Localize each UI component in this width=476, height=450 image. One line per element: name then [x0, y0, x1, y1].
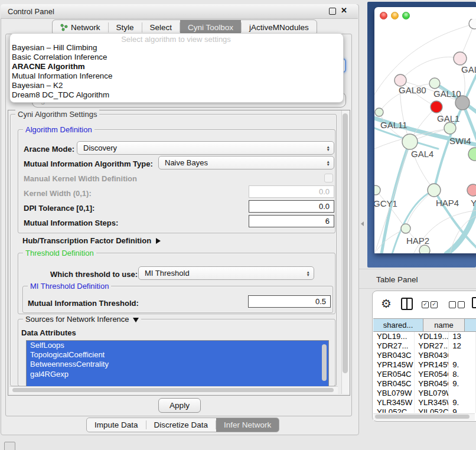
network-node-gal[interactable] — [454, 52, 467, 65]
sources-collapser[interactable]: Sources for Network Inference — [23, 315, 141, 324]
algorithm-option-mutual-information-inference[interactable]: Mutual Information Inference — [12, 71, 340, 81]
tab-label: Cyni Toolbox — [188, 23, 233, 32]
attribute-item-topologicalcoefficient[interactable]: TopologicalCoefficient — [27, 350, 328, 360]
deselect-all-columns-icon[interactable] — [449, 301, 465, 308]
network-icon — [60, 24, 68, 31]
network-canvas[interactable]: GALGAL80GAL10GAL1GAL11GAL4SWI4GCY1HAP4YH… — [374, 19, 476, 253]
splitter-arrow-icon[interactable] — [361, 221, 364, 226]
select-all-columns-icon[interactable]: ✓ ✓ — [422, 301, 438, 308]
manual-kernel-checkbox[interactable] — [324, 174, 333, 182]
attribute-item-selfloops[interactable]: SelfLoops — [27, 341, 328, 350]
data-attributes-list: SelfLoopsTopologicalCoefficientBetweenne… — [26, 340, 329, 388]
collapsed-panel-icon[interactable] — [4, 442, 15, 450]
group-title: Algorithm Definition — [23, 125, 94, 134]
table-cell: YIL052C — [415, 407, 449, 413]
tab-label: Impute Data — [94, 420, 138, 429]
network-node-hap2[interactable] — [401, 224, 410, 233]
kernel-width-field[interactable]: 0.0 — [249, 185, 334, 198]
node-label: HAP2 — [406, 236, 429, 246]
network-node[interactable] — [419, 245, 430, 253]
network-node-hap4[interactable] — [428, 184, 441, 197]
tab-discretize-data[interactable]: Discretize Data — [146, 418, 216, 432]
node-label: GAL — [461, 64, 476, 74]
column-header-a[interactable]: A — [465, 318, 476, 332]
mi-type-label: Mutual Information Algorithm Type: — [24, 159, 153, 168]
algorithm-option-bayesian-hill-climbing[interactable]: Bayesian – Hill Climbing — [12, 43, 340, 53]
split-columns-icon[interactable] — [401, 298, 413, 310]
apply-button[interactable]: Apply — [158, 398, 201, 413]
table-row[interactable]: YDL19...YDL19...13 — [373, 332, 476, 341]
algorithm-option-bayesian-k2[interactable]: Bayesian – K2 — [12, 81, 340, 90]
network-node-swi4[interactable] — [468, 148, 476, 161]
aracne-mode-combo[interactable]: Discovery ▲▼ — [77, 141, 334, 155]
panel-title: Control Panel — [8, 7, 54, 16]
table-cell: YLR345W — [415, 398, 449, 407]
group-title: MI Threshold Definition — [28, 282, 111, 291]
vertical-scrollbar-thumb[interactable] — [343, 113, 348, 373]
table-row[interactable]: YBR045CYBR045C9. — [373, 379, 476, 389]
horizontal-scrollbar-thumb[interactable] — [12, 388, 334, 392]
table-cell: YDL19... — [373, 332, 415, 341]
network-node-y[interactable] — [467, 184, 476, 196]
network-node-gal10[interactable] — [429, 78, 440, 89]
table-row[interactable]: YDR27...YDR27...12 — [373, 341, 476, 351]
algorithm-option-basic-correlation-inference[interactable]: Basic Correlation Inference — [12, 53, 340, 62]
tab-label: Network — [71, 23, 100, 32]
table-row[interactable]: YPR145WYPR145W9. — [373, 360, 476, 370]
table-row[interactable]: YLR345WYLR345W9. — [373, 398, 476, 407]
mi-steps-field[interactable]: 6 — [249, 215, 334, 227]
float-window-icon[interactable] — [329, 8, 336, 15]
network-node[interactable] — [431, 101, 442, 113]
checked-box-icon: ✓ — [422, 301, 429, 308]
column-header-name[interactable]: name — [423, 318, 465, 332]
tab-impute-data[interactable]: Impute Data — [87, 418, 146, 432]
table-cell: YBL079W — [373, 389, 415, 398]
algorithm-option-dream8-dc-tdc-algorithm[interactable]: Dream8 DC_TDC Algorithm — [12, 90, 340, 100]
network-edge[interactable] — [400, 57, 460, 80]
hub-definition-expander[interactable]: Hub/Transcription Factor Definition — [22, 236, 161, 245]
dropdown-hint: Select algorithm to view settings — [9, 35, 343, 44]
spinner-arrows-icon: ▲▼ — [307, 270, 310, 276]
column-header-shared[interactable]: shared... — [373, 318, 423, 332]
network-node-gal4[interactable] — [402, 134, 418, 149]
mi-type-combo[interactable]: Naive Bayes ▲▼ — [158, 156, 334, 169]
network-node-gal80[interactable] — [395, 74, 406, 86]
close-icon[interactable]: ✕ — [341, 6, 347, 15]
algorithm-option-aracne-algorithm[interactable]: ARACNE Algorithm — [12, 62, 340, 71]
attribute-item-betweennesscentrality[interactable]: BetweennessCentrality — [27, 360, 328, 369]
table-body: YDL19...YDL19...13YDR27...YDR27...12YBR0… — [373, 332, 476, 413]
node-label: GAL4 — [411, 149, 433, 159]
network-node-gal1[interactable] — [444, 122, 456, 134]
table-cell: 9. — [449, 379, 476, 389]
table-row[interactable]: YBR043CYBR043C — [373, 351, 476, 360]
spinner-arrows-icon: ▲▼ — [327, 159, 330, 166]
node-label: GAL10 — [433, 89, 461, 99]
kernel-width-label: Kernel Width (0,1): — [24, 189, 92, 198]
network-node[interactable] — [469, 19, 476, 29]
node-label: GAL11 — [380, 120, 407, 130]
network-edge[interactable] — [377, 229, 406, 250]
network-node-gcy1[interactable] — [374, 185, 380, 195]
mi-threshold-field[interactable]: 0.5 — [248, 295, 331, 308]
network-edge[interactable] — [382, 142, 410, 253]
dpi-tolerance-field[interactable]: 0.0 — [249, 200, 334, 213]
document-icon[interactable] — [472, 297, 476, 308]
table-hscrollbar-thumb[interactable] — [375, 415, 470, 419]
table-row[interactable]: YER054CYER054C8. — [373, 370, 476, 379]
which-threshold-combo[interactable]: MI Threshold ▲▼ — [138, 266, 314, 280]
settings-gear-icon[interactable]: ⚙ — [381, 298, 392, 309]
aracne-mode-label: Aracne Mode: — [24, 145, 74, 154]
table-cell — [449, 351, 476, 360]
attribute-item-gal4rgexp[interactable]: gal4RGexp — [27, 370, 328, 379]
table-row[interactable]: YBL079WYBL079W — [373, 389, 476, 398]
tab-infer-network[interactable]: Infer Network — [216, 418, 279, 432]
network-node-gal11[interactable] — [375, 108, 383, 116]
network-edge[interactable] — [446, 202, 476, 253]
manual-kernel-label: Manual Kernel Width Definition — [24, 174, 137, 183]
table-row[interactable]: YIL052CYIL052C9 — [373, 407, 476, 413]
spinner-arrows-icon: ▲▼ — [327, 145, 330, 151]
table-cell: YDL19... — [415, 332, 449, 341]
table-cell: YLR345W — [373, 398, 415, 407]
list-scrollbar-thumb[interactable] — [322, 344, 327, 381]
network-edge[interactable] — [406, 190, 434, 229]
